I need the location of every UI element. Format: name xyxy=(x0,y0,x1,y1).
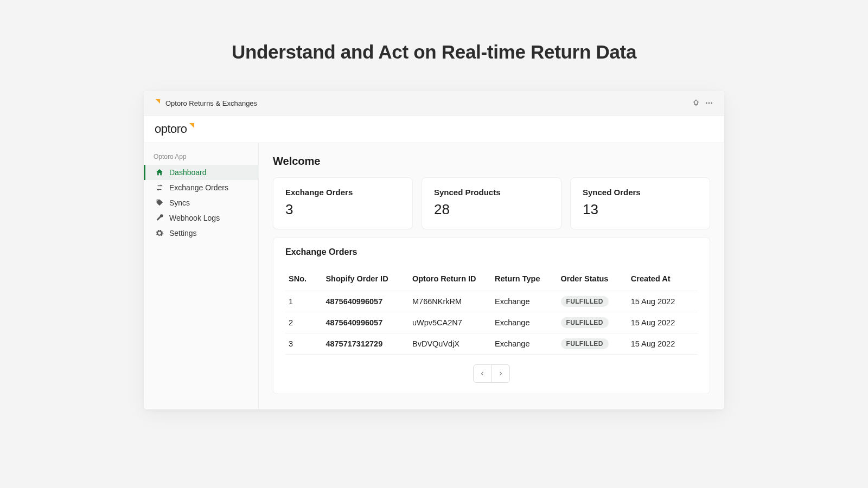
col-created-at: Created At xyxy=(628,270,698,291)
chevron-left-icon xyxy=(479,370,486,377)
cell-sno: 3 xyxy=(285,333,322,355)
sidebar-item-syncs[interactable]: Syncs xyxy=(144,195,258,210)
stat-card-synced-products: Synced Products 28 xyxy=(422,177,561,229)
cell-shopify-id: 4875640996057 xyxy=(322,291,409,312)
stat-label: Synced Orders xyxy=(583,188,698,197)
cell-status: FULFILLED xyxy=(558,312,628,333)
pin-button[interactable] xyxy=(690,97,703,110)
orders-table-title: Exchange Orders xyxy=(285,247,698,257)
cell-return-type: Exchange xyxy=(492,333,558,355)
table-row[interactable]: 3 4875717312729 BvDVQuVdjX Exchange FULF… xyxy=(285,333,698,355)
main-content: Welcome Exchange Orders 3 Synced Product… xyxy=(259,143,724,409)
status-badge: FULFILLED xyxy=(561,338,609,349)
stat-card-exchange-orders: Exchange Orders 3 xyxy=(273,177,413,229)
cell-created-at: 15 Aug 2022 xyxy=(628,333,698,355)
brand-bar: optoro xyxy=(144,115,724,143)
wrench-icon xyxy=(155,214,164,222)
cell-status: FULFILLED xyxy=(558,333,628,355)
exchange-icon xyxy=(155,183,164,192)
sidebar-item-label: Exchange Orders xyxy=(169,183,228,192)
stat-value: 13 xyxy=(583,201,698,218)
cell-sno: 2 xyxy=(285,312,322,333)
pager-next-button[interactable] xyxy=(492,364,510,383)
stat-value: 28 xyxy=(434,201,549,218)
sidebar-section-label: Optoro App xyxy=(144,151,258,165)
col-shopify-id: Shopify Order ID xyxy=(322,270,409,291)
col-sno: SNo. xyxy=(285,270,322,291)
gear-icon xyxy=(155,229,164,237)
sidebar-item-label: Webhook Logs xyxy=(169,214,220,222)
svg-point-0 xyxy=(706,102,707,104)
home-icon xyxy=(155,168,164,177)
brand-logo: optoro xyxy=(155,122,194,136)
col-return-id: Optoro Return ID xyxy=(409,270,492,291)
col-return-type: Return Type xyxy=(492,270,558,291)
app-window: Optoro Returns & Exchanges optoro Optoro… xyxy=(144,91,724,409)
chevron-right-icon xyxy=(497,370,504,377)
cell-created-at: 15 Aug 2022 xyxy=(628,291,698,312)
status-badge: FULFILLED xyxy=(561,317,609,328)
sidebar-item-dashboard[interactable]: Dashboard xyxy=(144,165,258,180)
orders-table-card: Exchange Orders SNo. Shopify Order ID Op… xyxy=(273,237,710,394)
table-header-row: SNo. Shopify Order ID Optoro Return ID R… xyxy=(285,270,698,291)
sidebar-item-label: Syncs xyxy=(169,198,190,207)
cell-created-at: 15 Aug 2022 xyxy=(628,312,698,333)
status-badge: FULFILLED xyxy=(561,296,609,307)
cell-return-type: Exchange xyxy=(492,312,558,333)
pager xyxy=(285,364,698,383)
stat-label: Synced Products xyxy=(434,188,549,197)
stats-row: Exchange Orders 3 Synced Products 28 Syn… xyxy=(273,177,710,229)
cell-return-type: Exchange xyxy=(492,291,558,312)
stat-value: 3 xyxy=(285,201,400,218)
cell-return-id: uWpv5CA2N7 xyxy=(409,312,492,333)
svg-point-1 xyxy=(709,102,710,104)
sidebar-item-label: Settings xyxy=(169,229,197,237)
more-icon xyxy=(705,99,713,107)
pin-icon xyxy=(692,99,700,107)
svg-point-2 xyxy=(711,102,712,104)
cell-shopify-id: 4875717312729 xyxy=(322,333,409,355)
col-status: Order Status xyxy=(558,270,628,291)
cell-sno: 1 xyxy=(285,291,322,312)
cell-shopify-id: 4875640996057 xyxy=(322,312,409,333)
sidebar: Optoro App Dashboard Exchange Orders Syn… xyxy=(144,143,259,409)
window-title: Optoro Returns & Exchanges xyxy=(165,99,257,107)
table-row[interactable]: 2 4875640996057 uWpv5CA2N7 Exchange FULF… xyxy=(285,312,698,333)
cell-return-id: M766NKrkRM xyxy=(409,291,492,312)
cell-status: FULFILLED xyxy=(558,291,628,312)
app-icon xyxy=(152,99,160,107)
more-button[interactable] xyxy=(703,97,716,110)
sidebar-item-webhook-logs[interactable]: Webhook Logs xyxy=(144,210,258,226)
hero-title: Understand and Act on Real-time Return D… xyxy=(0,0,868,63)
tag-icon xyxy=(155,198,164,207)
stat-card-synced-orders: Synced Orders 13 xyxy=(570,177,710,229)
stat-label: Exchange Orders xyxy=(285,188,400,197)
orders-table: SNo. Shopify Order ID Optoro Return ID R… xyxy=(285,270,698,355)
sidebar-item-label: Dashboard xyxy=(169,168,207,177)
page-title: Welcome xyxy=(273,155,710,168)
pager-prev-button[interactable] xyxy=(473,364,492,383)
sidebar-item-settings[interactable]: Settings xyxy=(144,226,258,241)
cell-return-id: BvDVQuVdjX xyxy=(409,333,492,355)
sidebar-item-exchange-orders[interactable]: Exchange Orders xyxy=(144,180,258,195)
window-titlebar: Optoro Returns & Exchanges xyxy=(144,91,724,115)
table-row[interactable]: 1 4875640996057 M766NKrkRM Exchange FULF… xyxy=(285,291,698,312)
